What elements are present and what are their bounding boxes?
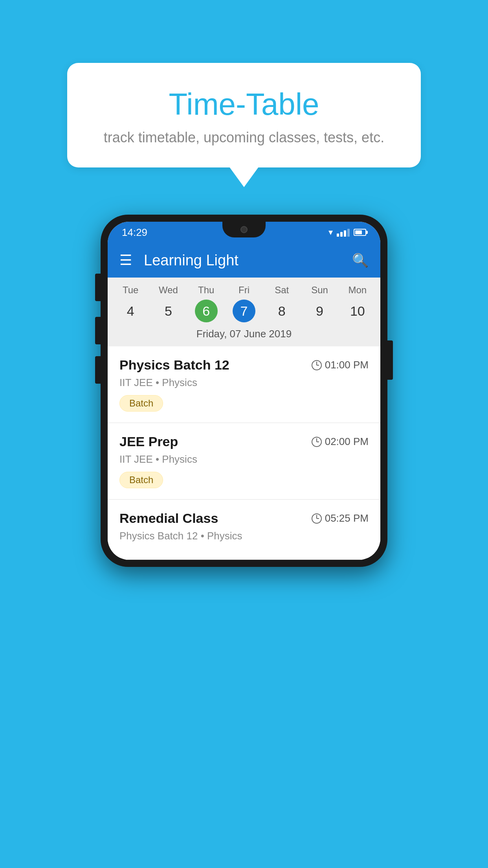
wifi-icon: ▾ bbox=[328, 227, 333, 237]
time-text: 05:25 PM bbox=[325, 512, 369, 524]
day-name: Wed bbox=[159, 285, 178, 296]
selected-date-label: Friday, 07 June 2019 bbox=[108, 322, 380, 346]
batch-tag: Batch bbox=[119, 472, 163, 488]
batch-tag: Batch bbox=[119, 395, 163, 412]
schedule-item-header: JEE Prep02:00 PM bbox=[119, 434, 369, 449]
status-bar: 14:29 ▾ bbox=[108, 222, 380, 243]
status-time: 14:29 bbox=[122, 226, 147, 239]
schedule-item-time: 02:00 PM bbox=[312, 436, 369, 448]
signal-icon bbox=[337, 228, 350, 237]
schedule-item-subtitle: IIT JEE • Physics bbox=[119, 377, 369, 389]
calendar-strip: Tue4Wed5Thu6Fri7Sat8Sun9Mon10 Friday, 07… bbox=[108, 278, 380, 346]
schedule-item-time: 01:00 PM bbox=[312, 359, 369, 371]
hamburger-icon[interactable]: ☰ bbox=[119, 253, 132, 267]
bubble-title: Time-Table bbox=[99, 86, 389, 122]
camera-dot bbox=[240, 226, 248, 233]
schedule-item-time: 05:25 PM bbox=[312, 512, 369, 524]
clock-icon bbox=[312, 437, 322, 447]
battery-icon bbox=[354, 229, 366, 236]
phone-mockup: 14:29 ▾ bbox=[101, 215, 387, 567]
day-cell[interactable]: Sat8 bbox=[264, 285, 299, 322]
status-icons: ▾ bbox=[328, 227, 366, 237]
app-title: Learning Light bbox=[144, 252, 352, 269]
time-text: 01:00 PM bbox=[325, 359, 369, 371]
day-number[interactable]: 6 bbox=[195, 300, 218, 322]
time-text: 02:00 PM bbox=[325, 436, 369, 448]
bubble-subtitle: track timetable, upcoming classes, tests… bbox=[99, 129, 389, 146]
schedule-item-title: JEE Prep bbox=[119, 434, 178, 449]
schedule-item[interactable]: Physics Batch 1201:00 PMIIT JEE • Physic… bbox=[108, 346, 380, 423]
schedule-item-title: Remedial Class bbox=[119, 511, 218, 526]
speech-bubble-container: Time-Table track timetable, upcoming cla… bbox=[67, 63, 421, 167]
search-icon[interactable]: 🔍 bbox=[352, 252, 369, 268]
day-cell[interactable]: Fri7 bbox=[226, 285, 262, 322]
schedule-list: Physics Batch 1201:00 PMIIT JEE • Physic… bbox=[108, 346, 380, 560]
speech-bubble: Time-Table track timetable, upcoming cla… bbox=[67, 63, 421, 167]
day-cell[interactable]: Sun9 bbox=[302, 285, 338, 322]
schedule-item-subtitle: Physics Batch 12 • Physics bbox=[119, 530, 369, 542]
day-name: Thu bbox=[198, 285, 214, 296]
clock-icon bbox=[312, 360, 322, 370]
day-name: Tue bbox=[123, 285, 138, 296]
clock-icon bbox=[312, 513, 322, 524]
day-number[interactable]: 7 bbox=[233, 300, 255, 322]
schedule-item-header: Physics Batch 1201:00 PM bbox=[119, 357, 369, 373]
schedule-item[interactable]: Remedial Class05:25 PMPhysics Batch 12 •… bbox=[108, 500, 380, 560]
day-number[interactable]: 9 bbox=[308, 300, 331, 322]
day-cell[interactable]: Tue4 bbox=[113, 285, 148, 322]
day-cell[interactable]: Thu6 bbox=[189, 285, 224, 322]
day-name: Sun bbox=[311, 285, 328, 296]
day-number[interactable]: 5 bbox=[157, 300, 180, 322]
day-cell[interactable]: Mon10 bbox=[340, 285, 375, 322]
day-name: Mon bbox=[348, 285, 367, 296]
schedule-item[interactable]: JEE Prep02:00 PMIIT JEE • PhysicsBatch bbox=[108, 423, 380, 500]
day-name: Fri bbox=[238, 285, 250, 296]
phone-screen: 14:29 ▾ bbox=[108, 222, 380, 560]
schedule-item-title: Physics Batch 12 bbox=[119, 357, 229, 373]
day-number[interactable]: 8 bbox=[270, 300, 293, 322]
phone-wrapper: 14:29 ▾ bbox=[95, 215, 393, 567]
day-name: Sat bbox=[275, 285, 289, 296]
schedule-item-header: Remedial Class05:25 PM bbox=[119, 511, 369, 526]
day-number[interactable]: 10 bbox=[346, 300, 369, 322]
day-cell[interactable]: Wed5 bbox=[150, 285, 186, 322]
days-row: Tue4Wed5Thu6Fri7Sat8Sun9Mon10 bbox=[108, 285, 380, 322]
app-bar: ☰ Learning Light 🔍 bbox=[108, 243, 380, 278]
notch bbox=[222, 222, 266, 237]
schedule-item-subtitle: IIT JEE • Physics bbox=[119, 453, 369, 465]
day-number[interactable]: 4 bbox=[119, 300, 142, 322]
